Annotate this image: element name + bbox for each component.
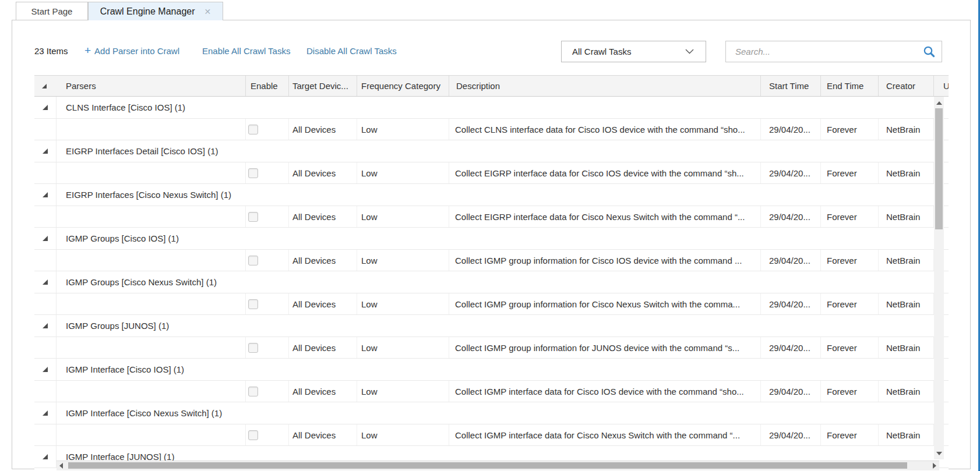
add-parser-button[interactable]: + Add Parser into Crawl bbox=[84, 46, 179, 56]
description-cell: Collect IGMP interface data for Cisco IO… bbox=[449, 381, 760, 402]
parser-row[interactable]: All DevicesLowCollect IGMP interface dat… bbox=[34, 381, 949, 402]
enable-checkbox[interactable] bbox=[248, 212, 258, 222]
group-expand-icon[interactable] bbox=[34, 97, 57, 118]
creator-cell: NetBrain bbox=[878, 381, 933, 402]
group-row[interactable]: IGMP Interface [Cisco IOS] (1) bbox=[34, 359, 949, 381]
frequency-category-cell: Low bbox=[357, 206, 449, 227]
enable-checkbox[interactable] bbox=[248, 256, 258, 265]
enable-checkbox[interactable] bbox=[248, 168, 258, 178]
target-devices-cell: All Devices bbox=[288, 424, 357, 445]
close-icon[interactable]: ✕ bbox=[205, 8, 211, 16]
disable-all-button[interactable]: Disable All Crawl Tasks bbox=[306, 46, 397, 56]
end-time-cell: Forever bbox=[820, 337, 878, 358]
parser-row[interactable]: All DevicesLowCollect IGMP group informa… bbox=[34, 250, 949, 271]
creator-cell: NetBrain bbox=[878, 250, 933, 271]
enable-checkbox[interactable] bbox=[248, 430, 258, 440]
column-header-end-time[interactable]: End Time bbox=[820, 76, 878, 96]
scroll-down-button[interactable] bbox=[934, 448, 944, 458]
parser-table: CLNS Interface [Cisco IOS] (1)All Device… bbox=[34, 97, 949, 469]
column-header-description[interactable]: Description bbox=[449, 76, 760, 96]
vertical-scrollbar-thumb[interactable] bbox=[935, 108, 943, 229]
tab-crawl-engine-manager-label: Crawl Engine Manager bbox=[100, 6, 195, 17]
search-icon[interactable] bbox=[923, 45, 936, 58]
group-row[interactable]: CLNS Interface [Cisco IOS] (1) bbox=[34, 97, 949, 119]
row-expander-cell bbox=[34, 337, 57, 358]
creator-cell: NetBrain bbox=[878, 424, 933, 445]
end-time-cell: Forever bbox=[820, 206, 878, 227]
frequency-category-cell: Low bbox=[357, 381, 449, 402]
column-header-target-devices[interactable]: Target Devic... bbox=[288, 76, 357, 96]
target-devices-cell: All Devices bbox=[288, 119, 357, 140]
column-header-updated[interactable]: U bbox=[933, 76, 949, 96]
enable-all-label: Enable All Crawl Tasks bbox=[202, 46, 290, 56]
group-row[interactable]: EIGRP Interfaces [Cisco Nexus Switch] (1… bbox=[34, 184, 949, 206]
parser-row[interactable]: All DevicesLowCollect EIGRP interface da… bbox=[34, 206, 949, 228]
parser-row[interactable]: All DevicesLowCollect IGMP group informa… bbox=[34, 337, 949, 359]
group-label: IGMP Interface [Cisco Nexus Switch] (1) bbox=[57, 402, 949, 424]
group-expand-icon[interactable] bbox=[34, 315, 57, 337]
tab-crawl-engine-manager[interactable]: Crawl Engine Manager ✕ bbox=[88, 2, 223, 20]
start-time-cell: 29/04/20... bbox=[760, 337, 820, 358]
scroll-up-button[interactable] bbox=[934, 98, 944, 108]
group-expand-icon[interactable] bbox=[34, 140, 57, 162]
start-time-cell: 29/04/20... bbox=[760, 119, 820, 140]
row-expander-cell bbox=[34, 250, 57, 271]
parser-row[interactable]: All DevicesLowCollect EIGRP interface da… bbox=[34, 162, 949, 184]
target-devices-cell: All Devices bbox=[288, 381, 357, 402]
start-time-cell: 29/04/20... bbox=[760, 162, 820, 183]
tab-start-page[interactable]: Start Page bbox=[16, 2, 88, 20]
column-header-parsers[interactable]: Parsers bbox=[57, 76, 245, 96]
group-row[interactable]: IGMP Groups [Cisco IOS] (1) bbox=[34, 228, 949, 250]
end-time-cell: Forever bbox=[820, 162, 878, 183]
column-header-enable[interactable]: Enable bbox=[245, 76, 288, 96]
group-expand-icon[interactable] bbox=[34, 271, 57, 293]
group-expand-icon[interactable] bbox=[34, 184, 57, 206]
horizontal-scrollbar[interactable] bbox=[57, 461, 939, 470]
row-expander-cell bbox=[34, 293, 57, 314]
start-time-cell: 29/04/20... bbox=[760, 250, 820, 271]
column-header-start-time[interactable]: Start Time bbox=[760, 76, 820, 96]
group-label: IGMP Groups [Cisco Nexus Switch] (1) bbox=[57, 271, 949, 293]
description-cell: Collect EIGRP interface data for Cisco I… bbox=[449, 162, 760, 183]
row-expander-cell bbox=[34, 119, 57, 140]
scroll-left-button[interactable] bbox=[57, 461, 66, 470]
group-row[interactable]: IGMP Interface [Cisco Nexus Switch] (1) bbox=[34, 402, 949, 424]
group-row[interactable]: IGMP Groups [JUNOS] (1) bbox=[34, 315, 949, 337]
parser-row[interactable]: All DevicesLowCollect IGMP interface dat… bbox=[34, 424, 949, 446]
description-cell: Collect IGMP group information for JUNOS… bbox=[449, 337, 760, 358]
parsers-cell bbox=[57, 424, 245, 445]
plus-icon: + bbox=[84, 47, 91, 55]
group-row[interactable]: EIGRP Interfaces Detail [Cisco IOS] (1) bbox=[34, 140, 949, 162]
target-devices-cell: All Devices bbox=[288, 206, 357, 227]
parser-row[interactable]: All DevicesLowCollect CLNS interface dat… bbox=[34, 119, 949, 140]
column-header-frequency-category[interactable]: Frequency Category bbox=[357, 76, 449, 96]
scroll-right-button[interactable] bbox=[930, 461, 939, 470]
group-expand-icon[interactable] bbox=[34, 228, 57, 249]
search-box bbox=[725, 41, 942, 62]
collapse-all-button[interactable] bbox=[34, 76, 57, 96]
vertical-scrollbar[interactable] bbox=[934, 97, 944, 459]
end-time-cell: Forever bbox=[820, 293, 878, 314]
enable-checkbox[interactable] bbox=[248, 343, 258, 353]
parsers-cell bbox=[57, 381, 245, 402]
enable-checkbox[interactable] bbox=[248, 125, 258, 134]
group-expand-icon[interactable] bbox=[34, 446, 57, 468]
enable-checkbox[interactable] bbox=[248, 387, 258, 396]
creator-cell: NetBrain bbox=[878, 162, 933, 183]
description-cell: Collect IGMP group information for Cisco… bbox=[449, 293, 760, 314]
group-expand-icon[interactable] bbox=[34, 402, 57, 424]
enable-checkbox[interactable] bbox=[248, 299, 258, 309]
parser-row[interactable]: All DevicesLowCollect IGMP group informa… bbox=[34, 293, 949, 315]
parsers-cell bbox=[57, 293, 245, 314]
horizontal-scrollbar-thumb[interactable] bbox=[68, 462, 907, 469]
enable-cell bbox=[245, 381, 288, 402]
column-header-creator[interactable]: Creator bbox=[878, 76, 933, 96]
search-input[interactable] bbox=[734, 41, 923, 62]
target-devices-cell: All Devices bbox=[288, 162, 357, 183]
enable-all-button[interactable]: Enable All Crawl Tasks bbox=[202, 46, 290, 56]
group-row[interactable]: IGMP Groups [Cisco Nexus Switch] (1) bbox=[34, 271, 949, 293]
group-expand-icon[interactable] bbox=[34, 359, 57, 380]
crawl-task-filter-dropdown[interactable]: All Crawl Tasks bbox=[561, 41, 706, 62]
enable-cell bbox=[245, 119, 288, 140]
frequency-category-cell: Low bbox=[357, 424, 449, 445]
